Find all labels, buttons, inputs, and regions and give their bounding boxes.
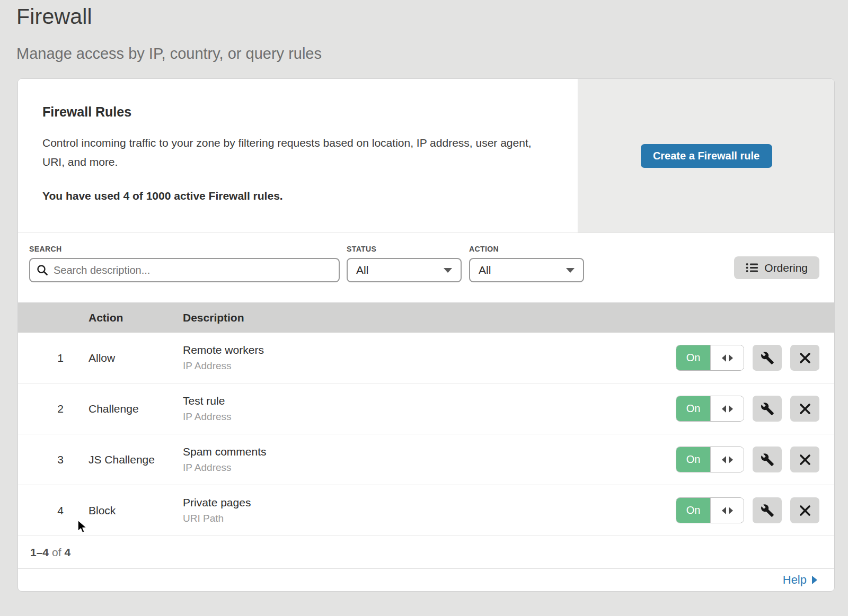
wrench-icon [761, 504, 774, 517]
rule-description: Spam comments [183, 445, 676, 458]
help-link-label: Help [783, 573, 807, 587]
arrow-right-icon [812, 576, 817, 584]
list-ordering-icon [746, 263, 758, 273]
rule-priority: 2 [18, 403, 89, 415]
page-header: Firewall Manage access by IP, country, o… [0, 0, 848, 63]
overview-heading: Firewall Rules [42, 104, 556, 120]
toggle-grip [710, 345, 744, 370]
action-label: ACTION [469, 245, 584, 253]
rule-toggle[interactable]: On [676, 396, 744, 422]
rule-description-cell: Private pages URI Path [183, 496, 676, 524]
arrow-right-icon [729, 354, 733, 362]
rule-description-cell: Test rule IP Address [183, 395, 676, 423]
close-icon [799, 352, 811, 364]
table-row: 1 Allow Remote workers IP Address On [18, 333, 834, 383]
close-icon [799, 403, 811, 415]
close-icon [799, 505, 811, 516]
arrow-left-icon [722, 507, 726, 514]
action-field-group: ACTION All [469, 245, 584, 282]
wrench-icon [761, 453, 774, 467]
chevron-down-icon [444, 268, 452, 273]
rule-action: Allow [89, 352, 183, 364]
rule-field: URI Path [183, 513, 676, 524]
rule-toggle[interactable]: On [676, 497, 744, 523]
rule-description: Test rule [183, 395, 676, 407]
search-label: SEARCH [29, 245, 340, 253]
arrow-right-icon [729, 507, 733, 514]
create-firewall-rule-button[interactable]: Create a Firewall rule [641, 144, 772, 168]
pagination-range: 1–4 [30, 546, 49, 559]
help-link[interactable]: Help [783, 573, 817, 587]
rule-toggle[interactable]: On [676, 345, 744, 371]
edit-rule-button[interactable] [753, 497, 782, 523]
rule-priority: 4 [18, 504, 89, 517]
page-subtitle: Manage access by IP, country, or query r… [16, 45, 848, 63]
description-column-header: Description [183, 311, 834, 324]
firewall-rules-card: Firewall Rules Control incoming traffic … [17, 78, 835, 592]
action-select-value: All [479, 264, 491, 276]
overview-action-panel: Create a Firewall rule [578, 79, 834, 233]
filters-bar: SEARCH STATUS All ACTION All [18, 233, 834, 302]
action-column-header: Action [89, 311, 183, 324]
search-input-wrap [29, 258, 340, 282]
overview-usage: You have used 4 of 1000 active Firewall … [42, 190, 556, 202]
status-field-group: STATUS All [347, 245, 462, 282]
toggle-grip [710, 447, 744, 472]
rule-action: JS Challenge [89, 453, 183, 466]
toggle-on-label: On [676, 396, 710, 421]
rule-description: Remote workers [183, 344, 676, 356]
pagination-of: of [52, 546, 61, 559]
arrow-left-icon [722, 354, 726, 362]
search-input[interactable] [54, 264, 332, 276]
rule-field: IP Address [183, 360, 676, 372]
rule-field: IP Address [183, 462, 676, 474]
edit-rule-button[interactable] [753, 396, 782, 422]
rule-priority: 3 [18, 453, 89, 466]
delete-rule-button[interactable] [790, 396, 819, 422]
edit-rule-button[interactable] [753, 447, 782, 472]
ordering-button[interactable]: Ordering [734, 256, 819, 279]
page-title: Firewall [16, 4, 848, 29]
rule-toggle[interactable]: On [676, 447, 744, 472]
rule-controls: On [676, 396, 819, 422]
status-label: STATUS [347, 245, 462, 253]
status-select-value: All [356, 264, 368, 276]
wrench-icon [761, 351, 774, 365]
arrow-right-icon [729, 405, 733, 413]
search-icon [37, 264, 48, 276]
help-row: Help [18, 568, 834, 591]
edit-rule-button[interactable] [753, 345, 782, 371]
rule-controls: On [676, 447, 819, 472]
rule-priority: 1 [18, 352, 89, 364]
overview-text: Firewall Rules Control incoming traffic … [18, 79, 578, 233]
overview-section: Firewall Rules Control incoming traffic … [18, 79, 834, 233]
rule-description-cell: Remote workers IP Address [183, 344, 676, 372]
arrow-left-icon [722, 405, 726, 413]
delete-rule-button[interactable] [790, 497, 819, 523]
chevron-down-icon [566, 268, 575, 273]
rule-field: IP Address [183, 411, 676, 423]
delete-rule-button[interactable] [790, 345, 819, 371]
wrench-icon [761, 402, 774, 416]
arrow-left-icon [722, 456, 726, 463]
pagination: 1–4 of 4 [18, 536, 834, 568]
arrow-right-icon [729, 456, 733, 463]
rule-description-cell: Spam comments IP Address [183, 445, 676, 474]
status-select[interactable]: All [347, 258, 462, 282]
rule-controls: On [676, 345, 819, 371]
ordering-button-label: Ordering [764, 262, 808, 274]
rule-action: Block [89, 504, 183, 517]
table-row: 2 Challenge Test rule IP Address On [18, 383, 834, 434]
toggle-on-label: On [676, 498, 710, 523]
delete-rule-button[interactable] [790, 447, 819, 472]
toggle-grip [710, 498, 744, 523]
table-header: Action Description [18, 302, 834, 333]
action-select[interactable]: All [469, 258, 584, 282]
overview-description: Control incoming traffic to your zone by… [42, 133, 543, 172]
table-row: 4 Block Private pages URI Path On [18, 485, 834, 536]
pagination-total: 4 [65, 546, 71, 559]
toggle-on-label: On [676, 447, 710, 472]
rule-controls: On [676, 497, 819, 523]
rule-action: Challenge [89, 403, 183, 415]
toggle-grip [710, 396, 744, 421]
